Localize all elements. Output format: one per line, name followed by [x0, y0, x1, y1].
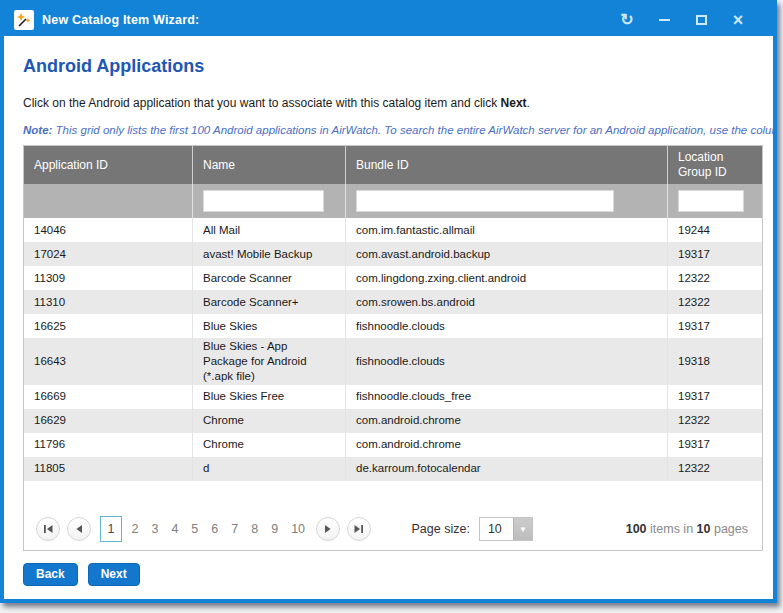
filter-cell-name	[193, 184, 346, 218]
close-icon[interactable]: ×	[727, 9, 749, 31]
filter-cell-bundle-id	[346, 184, 668, 218]
last-page-icon	[353, 524, 364, 534]
page-number-link[interactable]: 5	[185, 522, 205, 536]
wizard-window: New Catalog Item Wizard: ↻ × Android App…	[0, 0, 777, 603]
table-row[interactable]: 16629 Chrome com.android.chrome 12322	[24, 409, 762, 433]
back-button[interactable]: Back	[23, 563, 78, 586]
page-number-link[interactable]: 3	[145, 522, 165, 536]
table-row[interactable]: 11309 Barcode Scanner com.lingdong.zxing…	[24, 266, 762, 290]
filter-cell-location-group-id	[668, 184, 762, 218]
page-number-link[interactable]: 4	[165, 522, 185, 536]
title-bar: New Catalog Item Wizard: ↻ ×	[4, 4, 773, 36]
previous-page-button[interactable]	[67, 517, 91, 541]
refresh-icon[interactable]: ↻	[616, 9, 638, 31]
page-number-link[interactable]: 10	[285, 522, 312, 536]
wizard-footer: Back Next	[23, 563, 759, 586]
grid-empty-space	[24, 481, 762, 511]
filter-cell-application-id	[24, 184, 193, 218]
next-button[interactable]: Next	[88, 563, 140, 586]
first-page-icon	[43, 524, 54, 534]
grid-header-row: Application ID Name Bundle ID Location G…	[24, 146, 762, 184]
grid-pager: 1 2 3 4 5 6 7 8 9 10 Page size: 10	[24, 511, 762, 550]
table-row[interactable]: 16669 Blue Skies Free fishnoodle.clouds_…	[24, 385, 762, 409]
location-group-id-filter-input[interactable]	[678, 190, 744, 212]
page-number-link[interactable]: 9	[265, 522, 285, 536]
column-header-location-group-id[interactable]: Location Group ID	[668, 146, 762, 184]
next-page-icon	[324, 524, 332, 534]
table-row[interactable]: 11805 d de.karroum.fotocalendar 12322	[24, 457, 762, 481]
note-text: Note: This grid only lists the first 100…	[23, 124, 773, 136]
bundle-id-filter-input[interactable]	[356, 190, 614, 212]
table-row[interactable]: 14046 All Mail com.im.fantastic.allmail …	[24, 218, 762, 242]
name-filter-input[interactable]	[203, 190, 324, 212]
page-size-label: Page size:	[412, 522, 470, 536]
wizard-app-icon	[14, 10, 34, 30]
next-page-button[interactable]	[316, 517, 340, 541]
table-row[interactable]: 16625 Blue Skies fishnoodle.clouds 19317	[24, 314, 762, 338]
minimize-icon[interactable]	[653, 9, 675, 31]
column-header-name[interactable]: Name	[193, 146, 346, 184]
instruction-next-emphasis: Next	[501, 96, 527, 110]
page-number-link[interactable]: 6	[205, 522, 225, 536]
table-row[interactable]: 17024 avast! Mobile Backup com.avast.and…	[24, 242, 762, 266]
maximize-icon[interactable]	[690, 9, 712, 31]
window-title: New Catalog Item Wizard:	[42, 13, 200, 27]
page-size-value: 10	[480, 518, 513, 540]
pager-info-text: 100 items in 10 pages	[626, 522, 752, 536]
page-number-link[interactable]: 7	[225, 522, 245, 536]
first-page-button[interactable]	[36, 517, 60, 541]
grid-filter-row	[24, 184, 762, 218]
window-controls: ↻ ×	[616, 9, 763, 31]
table-row[interactable]: 16643 Blue Skies - App Package for Andro…	[24, 338, 762, 385]
wizard-content: Android Applications Click on the Androi…	[4, 36, 773, 599]
table-row[interactable]: 11796 Chrome com.android.chrome 19317	[24, 433, 762, 457]
page-title: Android Applications	[23, 56, 759, 77]
last-page-button[interactable]	[347, 517, 371, 541]
table-row[interactable]: 11310 Barcode Scanner+ com.srowen.bs.and…	[24, 290, 762, 314]
column-header-application-id[interactable]: Application ID	[24, 146, 193, 184]
current-page-indicator[interactable]: 1	[100, 516, 122, 542]
previous-page-icon	[75, 524, 83, 534]
page-number-link[interactable]: 8	[245, 522, 265, 536]
instruction-text: Click on the Android application that yo…	[23, 96, 759, 110]
page-size-dropdown[interactable]: 10 ▼	[479, 517, 533, 541]
column-header-bundle-id[interactable]: Bundle ID	[346, 146, 668, 184]
applications-grid: Application ID Name Bundle ID Location G…	[23, 145, 763, 551]
chevron-down-icon[interactable]: ▼	[513, 518, 532, 540]
page-number-link[interactable]: 2	[125, 522, 145, 536]
